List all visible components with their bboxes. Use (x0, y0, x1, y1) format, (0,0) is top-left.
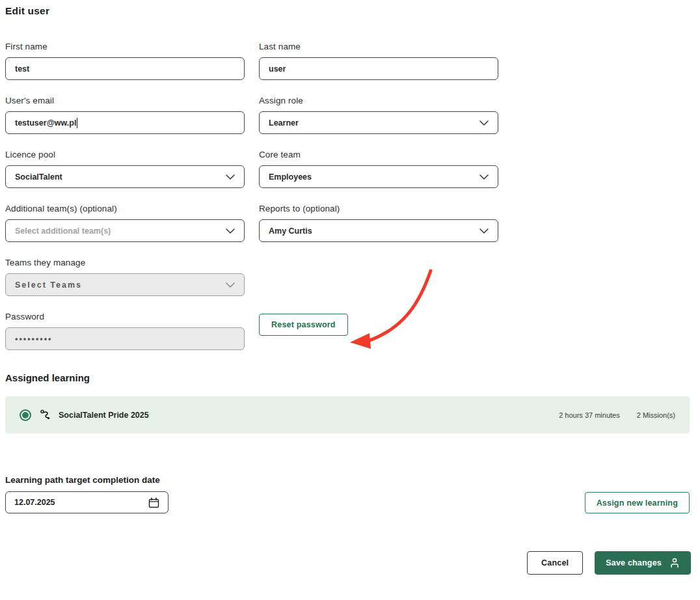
password-label: Password (5, 312, 245, 321)
teams-they-manage-placeholder: Select Teams (15, 280, 82, 290)
core-team-field-group: Core team Employees (259, 150, 498, 188)
first-name-input[interactable]: test (5, 57, 245, 80)
chevron-down-icon (226, 174, 235, 180)
core-team-select[interactable]: Employees (259, 165, 498, 188)
form-right-column: Last name user Assign role Learner Core … (259, 42, 498, 366)
page-title: Edit user (5, 5, 695, 17)
assign-role-select[interactable]: Learner (259, 111, 498, 134)
reports-to-select[interactable]: Amy Curtis (259, 219, 498, 242)
teams-they-manage-label: Teams they manage (5, 258, 245, 267)
chevron-down-icon (479, 228, 489, 234)
reports-to-field-group: Reports to (optional) Amy Curtis (259, 204, 498, 242)
additional-teams-field-group: Additional team(s) (optional) Select add… (5, 204, 245, 242)
licence-pool-field-group: Licence pool SocialTalent (5, 150, 245, 188)
last-name-value: user (269, 64, 286, 74)
footer-actions: Cancel Save changes (5, 551, 695, 575)
email-input[interactable]: testuser@ww.pl (5, 111, 245, 134)
learning-duration: 2 hours 37 minutes (559, 411, 620, 419)
licence-pool-value: SocialTalent (15, 172, 62, 182)
completion-date-row: Learning path target completion date 12.… (5, 474, 690, 513)
assign-role-field-group: Assign role Learner (259, 96, 498, 134)
last-name-input[interactable]: user (259, 57, 498, 80)
core-team-label: Core team (259, 150, 498, 159)
save-changes-label: Save changes (606, 558, 662, 567)
reset-password-wrap: Reset password (259, 314, 498, 336)
learning-meta: 2 hours 37 minutes 2 Mission(s) (559, 411, 675, 419)
learning-missions: 2 Mission(s) (637, 411, 675, 419)
edit-user-form: First name test User's email testuser@ww… (5, 42, 695, 366)
completion-date-value: 12.07.2025 (14, 498, 55, 507)
password-masked-value: ••••••••• (15, 334, 52, 344)
password-field-group: Password ••••••••• (5, 312, 245, 350)
assign-role-value: Learner (269, 118, 299, 128)
licence-pool-label: Licence pool (5, 150, 245, 159)
save-changes-button[interactable]: Save changes (595, 551, 691, 575)
reports-to-value: Amy Curtis (269, 226, 312, 236)
chevron-down-icon (479, 174, 489, 180)
teams-they-manage-field-group: Teams they manage Select Teams (5, 258, 245, 296)
reports-to-label: Reports to (optional) (259, 204, 498, 213)
assign-role-label: Assign role (259, 96, 498, 105)
additional-teams-select[interactable]: Select additional team(s) (5, 219, 245, 242)
assign-new-learning-button[interactable]: Assign new learning (585, 492, 690, 513)
completion-date-input[interactable]: 12.07.2025 (5, 491, 168, 513)
assigned-learning-row[interactable]: SocialTalent Pride 2025 2 hours 37 minut… (5, 396, 690, 433)
first-name-label: First name (5, 42, 245, 51)
email-value: testuser@ww.pl (15, 118, 76, 128)
password-input: ••••••••• (5, 327, 245, 350)
last-name-label: Last name (259, 42, 498, 51)
chevron-down-icon (226, 228, 235, 234)
learning-selected-radio[interactable] (20, 409, 31, 421)
learning-title: SocialTalent Pride 2025 (59, 411, 149, 420)
form-left-column: First name test User's email testuser@ww… (5, 42, 245, 366)
email-field-group: User's email testuser@ww.pl (5, 96, 245, 134)
chevron-down-icon (226, 282, 235, 288)
first-name-value: test (15, 64, 29, 74)
completion-date-group: Learning path target completion date 12.… (5, 475, 168, 513)
assigned-learning-heading: Assigned learning (5, 372, 695, 383)
edit-user-page: Edit user First name test User's email t… (0, 0, 700, 575)
licence-pool-select[interactable]: SocialTalent (5, 165, 245, 188)
calendar-icon[interactable] (148, 497, 159, 508)
teams-they-manage-select: Select Teams (5, 273, 245, 296)
last-name-field-group: Last name user (259, 42, 498, 80)
email-label: User's email (5, 96, 245, 105)
reset-password-button[interactable]: Reset password (259, 314, 348, 336)
additional-teams-label: Additional team(s) (optional) (5, 204, 245, 213)
additional-teams-placeholder: Select additional team(s) (15, 226, 111, 236)
cancel-button[interactable]: Cancel (527, 551, 583, 575)
core-team-value: Employees (269, 172, 312, 182)
completion-date-label: Learning path target completion date (5, 475, 168, 485)
user-icon (669, 558, 680, 568)
first-name-field-group: First name test (5, 42, 245, 80)
chevron-down-icon (479, 120, 489, 126)
text-cursor (77, 118, 77, 128)
learning-path-route-icon (40, 409, 51, 420)
